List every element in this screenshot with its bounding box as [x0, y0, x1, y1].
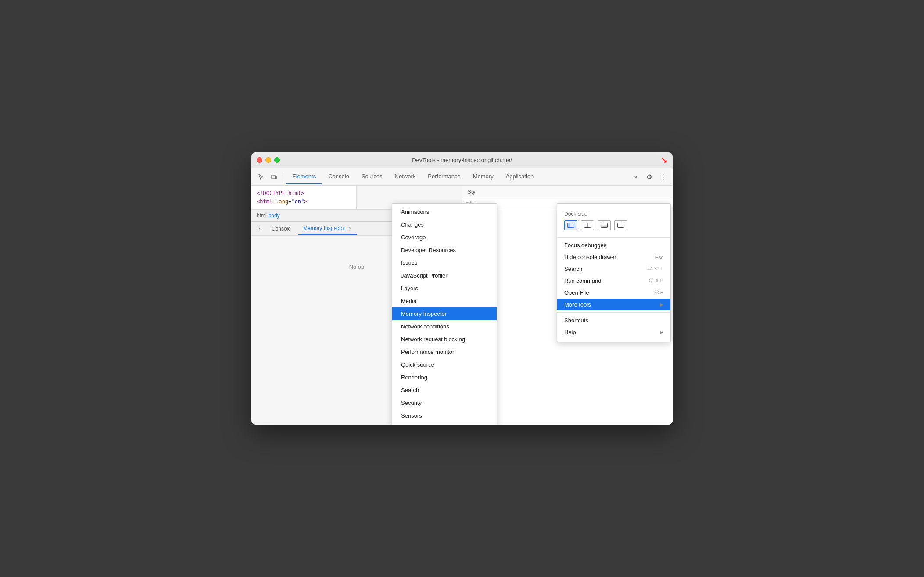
tab-console[interactable]: Console: [322, 169, 355, 184]
drawer-tab-close-icon[interactable]: ×: [348, 226, 351, 231]
drawer-tab-dots[interactable]: ⋮: [255, 224, 265, 234]
settings-focus-debuggee[interactable]: Focus debuggee: [557, 239, 670, 251]
svg-rect-3: [568, 223, 570, 228]
breadcrumb-html[interactable]: html: [257, 213, 267, 219]
toolbar-right: » ⚙ ⋮: [631, 171, 669, 183]
menu-item-memory-inspector[interactable]: Memory Inspector: [392, 307, 497, 320]
dom-line-1: <!DOCTYPE html>: [257, 189, 351, 198]
device-toggle-icon[interactable]: [268, 171, 280, 183]
open-file-shortcut: ⌘ P: [654, 290, 663, 296]
close-button[interactable]: [257, 157, 262, 163]
toolbar-separator-1: [283, 173, 283, 181]
menu-item-developer-resources[interactable]: Developer Resources: [392, 244, 497, 256]
settings-separator-1: [557, 237, 670, 238]
search-shortcut: ⌘ ⌥ F: [647, 266, 663, 272]
menu-item-changes[interactable]: Changes: [392, 218, 497, 231]
settings-separator-2: [557, 312, 670, 313]
svg-rect-8: [618, 223, 624, 228]
svg-rect-1: [276, 176, 277, 179]
menu-item-javascript-profiler[interactable]: JavaScript Profiler: [392, 269, 497, 282]
menu-item-security[interactable]: Security: [392, 397, 497, 409]
menu-item-layers[interactable]: Layers: [392, 282, 497, 295]
more-tools-chevron-icon: ▶: [660, 302, 663, 307]
settings-button[interactable]: ⚙: [643, 171, 655, 183]
arrow-icon: ↘: [661, 155, 667, 165]
traffic-lights: [257, 157, 280, 163]
menu-item-network-request-blocking[interactable]: Network request blocking: [392, 333, 497, 346]
dom-line-2: <html lang="en">: [257, 198, 351, 206]
menu-item-sensors[interactable]: Sensors: [392, 409, 497, 422]
help-chevron-icon: ▶: [660, 330, 663, 335]
menu-item-webaudio[interactable]: WebAudio: [392, 422, 497, 425]
doctype-text: <!DOCTYPE html>: [257, 190, 304, 196]
shortcuts-label: Shortcuts: [564, 317, 588, 324]
run-command-shortcut: ⌘ ⇧ P: [649, 278, 663, 284]
tab-performance[interactable]: Performance: [422, 169, 466, 184]
titlebar: DevTools - memory-inspector.glitch.me/ ↘: [251, 152, 673, 168]
settings-hide-console-drawer[interactable]: Hide console drawer Esc: [557, 251, 670, 263]
main-toolbar: Elements Console Sources Network Perform…: [251, 168, 673, 186]
dock-split-btn[interactable]: [581, 220, 594, 230]
undock-btn[interactable]: [614, 220, 627, 230]
equals: =: [288, 198, 291, 205]
minimize-button[interactable]: [265, 157, 271, 163]
hide-console-drawer-label: Hide console drawer: [564, 254, 616, 260]
dock-bottom-btn[interactable]: [598, 220, 611, 230]
settings-search[interactable]: Search ⌘ ⌥ F: [557, 263, 670, 275]
settings-more-tools[interactable]: More tools ▶: [557, 299, 670, 310]
help-label: Help: [564, 329, 576, 335]
no-op-text: No op: [349, 263, 365, 270]
breadcrumb-body[interactable]: body: [269, 213, 280, 219]
content-area: <!DOCTYPE html> <html lang="en"> html bo…: [251, 186, 673, 425]
tab-network[interactable]: Network: [389, 169, 422, 184]
styles-header: Sty: [462, 186, 673, 198]
focus-debuggee-label: Focus debuggee: [564, 242, 607, 249]
tab-application[interactable]: Application: [500, 169, 540, 184]
tab-memory[interactable]: Memory: [467, 169, 500, 184]
tab-sources[interactable]: Sources: [355, 169, 389, 184]
more-tools-label: More tools: [564, 301, 591, 308]
dock-side-section: Dock side: [557, 207, 670, 235]
devtools-container: Elements Console Sources Network Perform…: [251, 168, 673, 425]
menu-item-issues[interactable]: Issues: [392, 256, 497, 269]
drawer-tab-memory-inspector[interactable]: Memory Inspector ×: [298, 223, 357, 235]
more-tools-dropdown: Animations Changes Coverage Developer Re…: [392, 203, 497, 425]
menu-item-rendering[interactable]: Rendering: [392, 371, 497, 384]
dock-icons: [564, 220, 663, 230]
lang-attr: lang: [276, 198, 288, 205]
settings-shortcuts[interactable]: Shortcuts: [557, 314, 670, 326]
drawer-tab-console[interactable]: Console: [266, 223, 296, 234]
window-title: DevTools - memory-inspector.glitch.me/: [412, 157, 512, 163]
dom-panel: <!DOCTYPE html> <html lang="en">: [251, 186, 357, 209]
menu-item-performance-monitor[interactable]: Performance monitor: [392, 346, 497, 358]
menu-item-search[interactable]: Search: [392, 384, 497, 397]
dock-left-btn[interactable]: [564, 220, 577, 230]
run-command-label: Run command: [564, 278, 602, 284]
devtools-window: DevTools - memory-inspector.glitch.me/ ↘…: [251, 152, 673, 425]
more-tabs-button[interactable]: »: [631, 171, 641, 183]
html-tag: <html: [257, 198, 276, 205]
tab-elements[interactable]: Elements: [286, 169, 322, 184]
svg-rect-7: [601, 226, 608, 228]
search-label: Search: [564, 266, 582, 272]
dock-side-label: Dock side: [564, 211, 663, 217]
lang-val: "en": [292, 198, 304, 205]
menu-item-media[interactable]: Media: [392, 295, 497, 307]
menu-item-quick-source[interactable]: Quick source: [392, 358, 497, 371]
main-tabs: Elements Console Sources Network Perform…: [286, 169, 630, 184]
settings-run-command[interactable]: Run command ⌘ ⇧ P: [557, 275, 670, 287]
settings-open-file[interactable]: Open File ⌘ P: [557, 287, 670, 299]
settings-dropdown: Dock side: [557, 203, 671, 342]
maximize-button[interactable]: [274, 157, 280, 163]
hide-console-drawer-shortcut: Esc: [655, 255, 663, 260]
settings-help[interactable]: Help ▶: [557, 326, 670, 338]
open-file-label: Open File: [564, 289, 589, 296]
menu-item-coverage[interactable]: Coverage: [392, 231, 497, 244]
menu-item-animations[interactable]: Animations: [392, 206, 497, 218]
cursor-icon[interactable]: [255, 171, 267, 183]
svg-rect-0: [272, 175, 275, 179]
customize-button[interactable]: ⋮: [657, 171, 669, 183]
menu-item-network-conditions[interactable]: Network conditions: [392, 320, 497, 333]
